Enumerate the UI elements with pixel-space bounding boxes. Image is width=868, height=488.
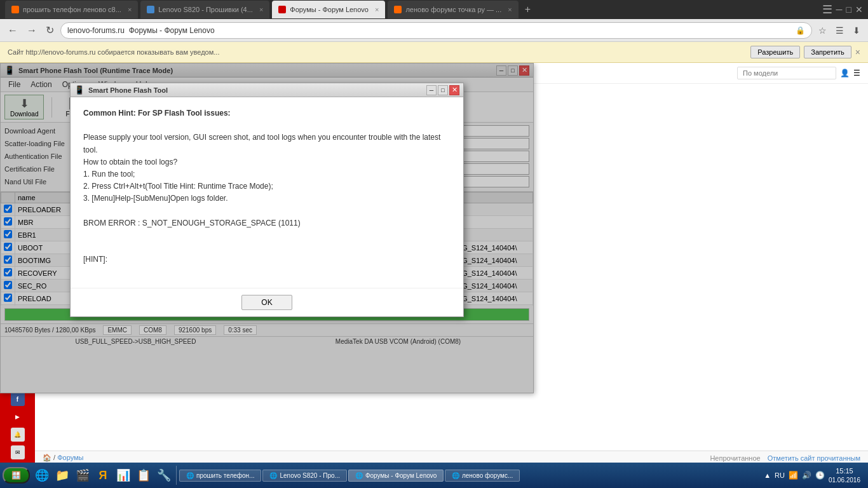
taskbar-item-3-icon: 🌐 <box>355 472 363 479</box>
browser-tab-4[interactable]: леново форумс точка ру — ... × <box>388 1 518 18</box>
quick-media[interactable]: 🎬 <box>73 466 92 485</box>
youtube-icon[interactable]: ▶ <box>11 410 25 424</box>
taskbar-item-1-icon: 🌐 <box>186 472 194 479</box>
time-display: 15:15 <box>829 466 860 475</box>
message-icon[interactable]: ✉ <box>11 445 25 459</box>
dialog-line-1: Common Hint: For SP Flash Tool issues: <box>83 107 451 119</box>
notification-actions: Разрешить Запретить × <box>750 46 860 58</box>
address-bar-container[interactable]: 🔒 <box>60 22 812 39</box>
system-time[interactable]: 15:15 01.06.2016 <box>829 466 860 484</box>
browser-title-bar: прошить телефон леново с8... × Lenovo S8… <box>0 0 868 19</box>
taskbar-item-3[interactable]: 🌐 Форумы - Форум Lenovo <box>348 470 444 482</box>
allow-button[interactable]: Разрешить <box>750 46 800 58</box>
sidebar-social: f ▶ 🔔 ✉ <box>11 392 25 464</box>
home-link[interactable]: 🏠 <box>43 454 51 461</box>
unread-label: Непрочитанное <box>710 454 760 462</box>
download-indicator[interactable]: ⬇ <box>850 24 863 37</box>
breadcrumb-actions: Непрочитанное Отметить сайт прочитанным <box>710 454 860 462</box>
user-icon[interactable]: 👤 <box>840 69 850 78</box>
breadcrumb: 🏠 / Форумы <box>43 454 84 462</box>
back-button[interactable]: ← <box>5 25 20 36</box>
dialog-title-area: 📱 Smart Phone Flash Tool <box>74 85 168 95</box>
dialog-line-6: 2. Press Ctrl+Alt+t(Tool Title Hint: Run… <box>83 180 451 193</box>
volume-icon[interactable]: 🔊 <box>802 471 811 480</box>
taskbar-item-2[interactable]: 🌐 Lenovo S820 - Про... <box>262 470 346 482</box>
notification-close-button[interactable]: × <box>855 46 860 58</box>
dialog-minimize[interactable]: ─ <box>426 85 437 95</box>
tab4-close[interactable]: × <box>508 6 512 13</box>
dialog-footer: OK <box>71 288 463 316</box>
browser-tab-1[interactable]: прошить телефон леново с8... × <box>5 1 138 18</box>
main-content: LENOVO Forums f ▶ 🔔 ✉ Новости Правила Фо… <box>0 63 868 464</box>
dialog-hint-line: [HINT]: <box>83 254 451 266</box>
tab1-close[interactable]: × <box>128 6 132 13</box>
system-tray: ▲ RU 📶 🔊 🕒 15:15 01.06.2016 <box>759 466 865 484</box>
app3-icon: 🔧 <box>157 468 171 482</box>
deny-button[interactable]: Запретить <box>804 46 851 58</box>
new-tab-button[interactable]: + <box>521 4 534 15</box>
dialog-error-line: BROM ERROR : S_NOT_ENOUGH_STORAGE_SPACE … <box>83 217 451 229</box>
dialog-title-text: Smart Phone Flash Tool <box>88 86 168 94</box>
flash-dialog: 📱 Smart Phone Flash Tool ─ □ ✕ Common Hi… <box>70 83 464 317</box>
window-minimize-button[interactable]: ─ <box>836 4 843 15</box>
dialog-close-button[interactable]: ✕ <box>449 85 459 95</box>
dialog-maximize[interactable]: □ <box>438 85 448 95</box>
tab-bar: прошить телефон леново с8... × Lenovo S8… <box>5 1 534 18</box>
taskbar-item-4-icon: 🌐 <box>452 472 459 479</box>
taskbar-item-4-label: леново форумс... <box>462 472 513 479</box>
dialog-ok-button[interactable]: OK <box>241 295 292 310</box>
bookmark-button[interactable]: ☆ <box>816 24 829 37</box>
facebook-icon[interactable]: f <box>11 392 25 406</box>
taskbar-item-2-icon: 🌐 <box>269 472 277 479</box>
dialog-line-7: 3. [Menu]Help-[SubMenu]Open logs folder. <box>83 193 451 205</box>
tab2-close[interactable]: × <box>259 6 263 13</box>
refresh-button[interactable]: ↻ <box>43 24 57 36</box>
breadcrumb-forums[interactable]: Форумы <box>57 454 83 461</box>
dialog-title-bar: 📱 Smart Phone Flash Tool ─ □ ✕ <box>71 83 463 97</box>
notification-text: Сайт http://lenovo-forums.ru собирается … <box>8 48 219 56</box>
taskbar: 🪟 🌐 📁 🎬 Я 📊 📋 🔧 🌐 прошить телефон... <box>0 463 868 488</box>
notification-icon[interactable]: 🔔 <box>11 428 25 442</box>
tab2-favicon <box>147 6 154 13</box>
quick-app2[interactable]: 📋 <box>134 466 153 485</box>
tab3-close[interactable]: × <box>375 6 379 13</box>
browser-tab-2[interactable]: Lenovo S820 - Прошивки (4... × <box>140 1 269 18</box>
lang-indicator[interactable]: RU <box>775 471 785 479</box>
quick-app1[interactable]: 📊 <box>114 466 133 485</box>
taskbar-item-1[interactable]: 🌐 прошить телефон... <box>179 470 261 482</box>
taskbar-item-1-label: прошить телефон... <box>196 472 254 479</box>
quick-app3[interactable]: 🔧 <box>154 466 173 485</box>
window-menu-button[interactable]: ☰ <box>822 3 832 17</box>
quick-yandex[interactable]: Я <box>93 466 112 485</box>
tab2-label: Lenovo S820 - Прошивки (4... <box>158 6 253 13</box>
header-right: 👤 ☰ <box>737 67 860 79</box>
yandex-icon: Я <box>99 469 107 482</box>
quick-launch: 🌐 📁 🎬 Я 📊 📋 🔧 <box>32 466 177 485</box>
network-icon[interactable]: 📶 <box>789 471 798 480</box>
browser-toolbar: ← → ↻ 🔒 ☆ ☰ ⬇ <box>0 19 868 42</box>
window-close-button[interactable]: ✕ <box>855 4 863 15</box>
taskbar-item-2-label: Lenovo S820 - Про... <box>280 472 339 479</box>
dialog-icon: 📱 <box>74 85 85 95</box>
start-button[interactable]: 🪟 <box>3 467 30 484</box>
date-display: 01.06.2016 <box>829 476 860 484</box>
taskbar-item-4[interactable]: 🌐 леново форумс... <box>445 470 520 482</box>
taskbar-item-3-label: Форумы - Форум Lenovo <box>365 472 437 479</box>
settings-button[interactable]: ☰ <box>833 24 846 37</box>
menu-icon[interactable]: ☰ <box>853 69 860 78</box>
mark-read-button[interactable]: Отметить сайт прочитанным <box>768 454 860 462</box>
tab1-favicon <box>11 6 19 13</box>
quick-explorer[interactable]: 📁 <box>53 466 72 485</box>
tray-expand-icon[interactable]: ▲ <box>764 471 771 479</box>
search-input[interactable] <box>737 67 836 79</box>
browser-tab-3[interactable]: Форумы - Форум Lenovo × <box>272 1 385 18</box>
window-maximize-button[interactable]: □ <box>846 4 851 15</box>
lock-icon: 🔒 <box>796 26 805 35</box>
dialog-line-5: 1. Run the tool; <box>83 168 451 180</box>
explorer-icon: 📁 <box>55 468 69 482</box>
address-bar[interactable] <box>67 26 796 35</box>
forward-button[interactable]: → <box>24 25 39 36</box>
quick-ie[interactable]: 🌐 <box>32 466 51 485</box>
taskbar-windows: 🌐 прошить телефон... 🌐 Lenovo S820 - Про… <box>179 470 759 482</box>
tab1-label: прошить телефон леново с8... <box>23 6 121 13</box>
